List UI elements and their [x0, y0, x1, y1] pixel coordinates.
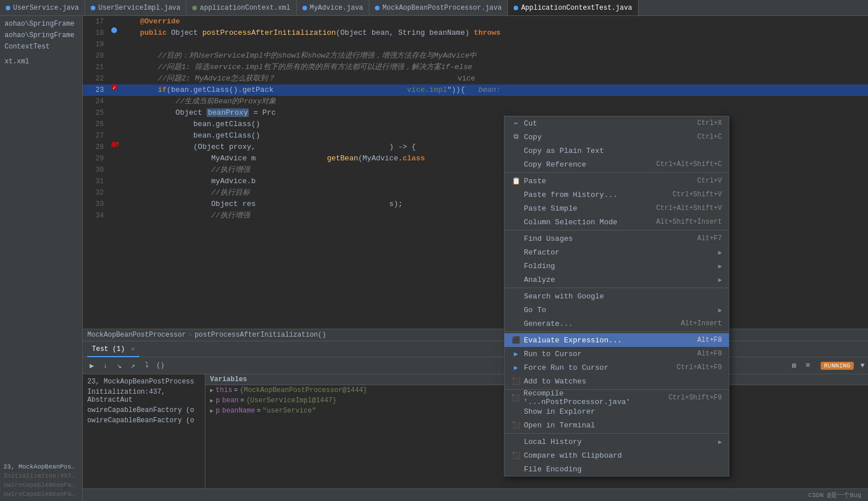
ctx-add-watches-text: Add to Watches: [524, 377, 586, 386]
ctx-col-select[interactable]: Column Selection Mode Alt+Shift+Insert: [504, 215, 729, 229]
breakpoint-23[interactable]: ✓: [111, 84, 117, 90]
ctx-local-history[interactable]: Local History ▶: [504, 435, 729, 449]
tab-userserviceimpl[interactable]: UserServiceImpl.java: [85, 0, 187, 16]
ctx-run-cursor[interactable]: ▶ Run to Cursor Alt+F9: [504, 347, 729, 361]
debug-resume-btn[interactable]: ▶: [86, 360, 98, 371]
code-content: //执行目标: [120, 187, 868, 199]
ctx-run-cursor-shortcut: Alt+F9: [697, 350, 722, 358]
tab-appcontext-xml[interactable]: applicationContext.xml: [187, 0, 296, 16]
debug-settings-btn[interactable]: ≡: [802, 360, 814, 371]
ctx-folding[interactable]: Folding ▶: [504, 259, 729, 273]
sidebar-item-5[interactable]: xt.xml: [0, 56, 82, 67]
csdn-badge: CSDN @是一个Bug: [809, 491, 861, 499]
var-eq-bean: =: [240, 397, 244, 405]
ctx-paste-simple[interactable]: Paste Simple Ctrl+Alt+Shift+V: [504, 201, 729, 215]
line-number: 17: [83, 16, 108, 27]
editor-area[interactable]: 17 @Override 18 public Object postProces…: [83, 16, 868, 501]
ctx-search-google[interactable]: Search with Google: [504, 289, 729, 303]
debug-run-cursor-btn[interactable]: ⤵: [141, 360, 152, 371]
ctx-recompile[interactable]: ⬛ Recompile '...nPostProcessor.java' Ctr…: [504, 391, 729, 405]
ctx-sep-3: [504, 288, 729, 288]
debug-layout-btn[interactable]: ⊞: [789, 360, 800, 371]
line-number: 28: [83, 142, 108, 153]
ctx-goto[interactable]: Go To ▶: [504, 303, 729, 317]
debug-step-into-btn[interactable]: ↘: [114, 360, 125, 371]
code-line-23: 23 ✓ if(bean.getClass().getPack vice.imp…: [83, 84, 868, 96]
sidebar-item-3[interactable]: ContextTest: [0, 41, 82, 52]
line-gutter-28: ↑: [108, 142, 120, 147]
ctx-cut[interactable]: ✂ Cut Ctrl+X: [504, 116, 729, 130]
code-content-23: if(bean.getClass().getPack vice.impl")){…: [120, 84, 868, 96]
line-number: 18: [83, 27, 108, 39]
debug-frame-2[interactable]: Initialization:437, AbstractAut: [3, 471, 79, 480]
ctx-open-terminal[interactable]: ⬛ Open in Terminal: [504, 418, 729, 432]
debug-tab-close[interactable]: ✕: [131, 346, 135, 353]
code-content: MyAdvice m getBean(MyAdvice.class: [120, 153, 868, 164]
debug-frame-row-2[interactable]: Initialization:437, AbstractAut: [83, 387, 205, 405]
ctx-paste-history[interactable]: Paste from History... Ctrl+Shift+V: [504, 188, 729, 201]
tab-userservice[interactable]: UserService.java: [0, 0, 85, 16]
code-line-25: 25 Object beanProxy = Prc: [83, 107, 868, 119]
ctx-generate-label: Generate...: [511, 320, 573, 328]
code-content: //执行增强: [120, 210, 868, 221]
debug-frame-row-3[interactable]: owireCapableBeanFactory (o: [83, 405, 205, 415]
ctx-paste[interactable]: 📋 Paste Ctrl+V: [504, 174, 729, 188]
tab-bar: UserService.java UserServiceImpl.java ap…: [0, 0, 868, 16]
code-content-28: (Object proxy, ) -> {: [120, 142, 868, 153]
var-name-this: this: [216, 386, 232, 394]
ctx-col-select-text: Column Selection Mode: [524, 218, 617, 227]
line-number: 26: [83, 119, 108, 130]
ctx-add-watches[interactable]: ⬛ Add to Watches: [504, 374, 729, 388]
ctx-paste-shortcut: Ctrl+V: [697, 177, 722, 185]
debug-frame-4[interactable]: owireCapableBeanFactory (o: [3, 490, 79, 499]
debug-frame-row-1[interactable]: 23, MockAopBeanPostProcess: [83, 377, 205, 387]
code-content: bean.getClass(): [120, 119, 868, 130]
debug-frame-row-4[interactable]: owireCapableBeanFactory (o: [83, 415, 205, 426]
line-number: 19: [83, 39, 108, 50]
debug-frame-3[interactable]: owireCapableBeanFactory (o: [3, 480, 79, 490]
tab-appcontexttest[interactable]: ApplicationContextTest.java: [508, 0, 638, 16]
ctx-paste-simple-label: Paste Simple: [511, 204, 578, 213]
debug-step-over-btn[interactable]: ↓: [100, 360, 111, 371]
breakpoint-18[interactable]: [111, 27, 117, 33]
ctx-file-encoding[interactable]: File Encoding: [504, 462, 729, 476]
ctx-copy[interactable]: ⧉ Copy Ctrl+C: [504, 130, 729, 144]
code-content: //问题2: MyAdvice怎么获取到？ vice: [120, 73, 868, 84]
tab-mockaop[interactable]: MockAopBeanPostProcessor.java: [369, 0, 508, 16]
line-number: 27: [83, 130, 108, 142]
ctx-paste-history-shortcut: Ctrl+Shift+V: [673, 191, 722, 199]
ctx-paste-history-label: Paste from History...: [511, 191, 617, 199]
ctx-analyze[interactable]: Analyze ▶: [504, 273, 729, 286]
ctx-find-usages[interactable]: Find Usages Alt+F7: [504, 232, 729, 245]
debug-state-dropdown[interactable]: ▼: [861, 362, 865, 370]
ctx-sep-1: [504, 172, 729, 173]
ctx-refactor[interactable]: Refactor ▶: [504, 245, 729, 259]
tab-myadvice[interactable]: MyAdvice.java: [297, 0, 370, 16]
ctx-force-run-cursor[interactable]: ▶ Force Run to Cursor Ctrl+Alt+F9: [504, 361, 729, 374]
ctx-show-explorer[interactable]: Show in Explorer: [504, 405, 729, 418]
tab-label: UserService.java: [13, 4, 79, 12]
debug-step-out-btn[interactable]: ↗: [127, 360, 139, 371]
debug-tab-test[interactable]: Test (1) ✕: [87, 341, 139, 357]
ctx-compare-clipboard[interactable]: ⬛ Compare with Clipboard: [504, 449, 729, 462]
ctx-evaluate[interactable]: ⬛ Evaluate Expression... Alt+F8: [504, 333, 729, 347]
debug-frame-1[interactable]: 23, MockAopBeanPostProcess: [3, 462, 79, 471]
code-line-28: 28 ↑ (Object proxy, ) -> {: [83, 142, 868, 153]
breadcrumb-class[interactable]: MockAopBeanPostProcessor: [87, 331, 186, 339]
ctx-copy-plain[interactable]: Copy as Plain Text: [504, 144, 729, 157]
sidebar-item-1[interactable]: aohao\SpringFrame: [0, 18, 82, 30]
breadcrumb-method[interactable]: postProcessAfterInitialization(): [195, 331, 326, 339]
code-content: //问题1: 筛选service.impl包下的所有的类的所有方法都可以进行增强…: [120, 62, 868, 73]
code-line-20: 20 //目的：对UserServiceImpl中的show1和show2方法进…: [83, 50, 868, 62]
ctx-generate[interactable]: Generate... Alt+Insert: [504, 317, 729, 330]
ctx-copy-ref[interactable]: Copy Reference Ctrl+Alt+Shift+C: [504, 157, 729, 171]
code-line-22: 22 //问题2: MyAdvice怎么获取到？ vice: [83, 73, 868, 84]
sidebar-item-2[interactable]: aohao\SpringFrame: [0, 30, 82, 41]
ctx-show-explorer-label: Show in Explorer: [511, 407, 595, 416]
tab-dot: [302, 6, 307, 10]
line-number: 34: [83, 210, 108, 221]
expand-icon: ▶: [210, 387, 213, 394]
evaluate-icon: ⬛: [511, 336, 520, 345]
debug-evaluate-btn[interactable]: ⟨⟩: [155, 360, 166, 371]
code-content: Object beanProxy = Prc: [120, 107, 868, 119]
